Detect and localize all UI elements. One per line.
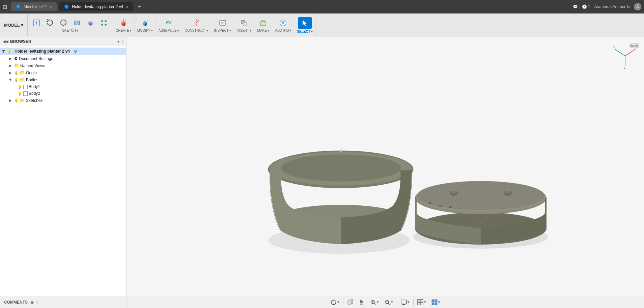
tab-close-1[interactable]: ✕ <box>49 5 52 9</box>
svg-point-65 <box>504 188 511 191</box>
pattern-button[interactable] <box>98 18 110 28</box>
tab-icon-1: 🔷 <box>16 4 21 9</box>
tree-arrow-origin[interactable]: ▶ <box>8 71 13 75</box>
tree-icon-folder-named-views: 📁 <box>14 63 19 68</box>
zoom-button[interactable]: ▾ <box>383 298 395 306</box>
snap-button[interactable]: ▾ <box>329 298 341 306</box>
construct-main-button[interactable] <box>190 18 202 28</box>
avatar[interactable]: A <box>634 3 641 10</box>
svg-point-11 <box>105 24 107 26</box>
tab-close-2[interactable]: ✕ <box>126 5 129 9</box>
create-main-button[interactable] <box>117 18 130 28</box>
display-caret: ▾ <box>408 300 410 304</box>
sidebar: ◀◀ BROWSER ● | ▶ 💡 Holder levitating pla… <box>0 37 127 296</box>
sep3 <box>413 299 414 306</box>
tree-arrow-bodies[interactable]: ▶ <box>9 78 12 82</box>
grid-display-button[interactable]: ▾ <box>416 298 428 306</box>
named-views-label: Named Views <box>20 63 45 68</box>
browser-options-button[interactable]: ● <box>117 39 119 44</box>
make-main-button[interactable] <box>257 18 269 28</box>
zoom-extend-button[interactable]: ▾ <box>368 298 381 306</box>
tree-arrow-root[interactable]: ▶ <box>2 49 6 54</box>
tab-holder-planter[interactable]: 🔷 Holder levitating planter 2 v4 ✕ <box>59 2 133 11</box>
app-grid-icon[interactable]: ⊞ <box>3 4 7 10</box>
tab-mini-lyfe[interactable]: 🔷 Mini Lyfe v1* ✕ <box>11 2 57 11</box>
undo-button[interactable] <box>44 18 56 28</box>
create-label[interactable]: CREATE ▾ <box>116 29 132 32</box>
body1-checkbox[interactable] <box>23 85 28 89</box>
addins-label[interactable]: ADD-INS ▾ <box>275 29 291 32</box>
svg-rect-91 <box>421 303 423 305</box>
svg-point-9 <box>105 20 107 22</box>
cube-view-button[interactable] <box>345 298 355 306</box>
inspect-main-button[interactable] <box>217 18 229 28</box>
tree-item-doc-settings[interactable]: ▶ ⚙ Document Settings <box>0 55 126 62</box>
tree-item-sketches[interactable]: ▶ 💡 📁 Sketches <box>0 97 126 104</box>
svg-marker-27 <box>196 19 197 20</box>
tree-icon-folder-bodies: 📁 <box>20 77 25 82</box>
toolbar-section-sketch: SKETCH ▾ <box>28 14 113 36</box>
user-label[interactable]: Ananords Ananords <box>594 4 630 9</box>
svg-rect-28 <box>220 21 226 25</box>
inspect-items <box>217 18 229 28</box>
browser-collapse-arrows[interactable]: ◀◀ <box>3 39 8 44</box>
addins-main-button[interactable] <box>277 18 289 28</box>
tree-item-body2[interactable]: 💡 Body2 <box>0 90 126 97</box>
rectangle-button[interactable] <box>71 18 83 28</box>
tree-arrow-doc[interactable]: ▶ <box>8 57 13 60</box>
svg-point-67 <box>439 205 442 207</box>
tree-arrow-named-views[interactable]: ▶ <box>8 64 13 67</box>
body2-checkbox[interactable] <box>23 91 28 96</box>
zoom-caret: ▾ <box>377 300 379 304</box>
display-mode-button[interactable]: ▾ <box>430 298 442 306</box>
assemble-label[interactable]: ASSEMBLE ▾ <box>159 29 179 32</box>
sketch-label[interactable]: SKETCH ▾ <box>62 29 78 32</box>
body2-label: Body2 <box>29 91 40 96</box>
bodies-label: Bodies <box>26 78 38 82</box>
body2-bulb: 💡 <box>18 91 22 96</box>
make-label[interactable]: MAKE ▾ <box>257 29 269 32</box>
title-bar: ⊞ 🔷 Mini Lyfe v1* ✕ 🔷 Holder levitating … <box>0 0 644 13</box>
model-dropdown[interactable]: MODEL ▾ <box>0 14 28 36</box>
toolbar-section-insert: INSERT ▾ <box>234 14 255 36</box>
chat-icon[interactable]: 💬 <box>573 4 578 9</box>
browser-pin-button[interactable]: | <box>122 39 123 44</box>
modify-main-button[interactable] <box>139 18 151 28</box>
inspect-label[interactable]: INSPECT ▾ <box>214 29 231 32</box>
construct-items <box>190 18 202 28</box>
redo-button[interactable] <box>57 18 69 28</box>
tree-item-bodies[interactable]: ▶ 💡 📁 Bodies <box>0 76 126 83</box>
comments-pin-button[interactable]: | <box>36 300 37 305</box>
toolbar-section-modify: MODIFY ▾ <box>135 14 156 36</box>
assemble-main-button[interactable] <box>163 18 175 28</box>
select-button[interactable] <box>298 17 312 29</box>
svg-line-83 <box>388 303 390 305</box>
display-settings-button[interactable]: ▾ <box>399 298 411 306</box>
insert-items <box>238 18 250 28</box>
extrude-button[interactable] <box>84 18 96 28</box>
modify-label[interactable]: MODIFY ▾ <box>137 29 153 32</box>
tree-item-root[interactable]: ▶ 💡 Holder levitating planter 2 v4 ⊙ <box>0 48 126 55</box>
tree-item-body1[interactable]: 💡 Body1 <box>0 83 126 90</box>
insert-label[interactable]: INSERT ▾ <box>237 29 252 32</box>
viewport[interactable]: X Y Z RIGHT <box>127 37 644 296</box>
insert-main-button[interactable] <box>238 18 250 28</box>
doc-settings-label: Document Settings <box>19 56 53 61</box>
select-label[interactable]: SELECT ▾ <box>297 30 312 33</box>
displaymode-caret: ▾ <box>438 300 440 304</box>
model-caret: ▾ <box>21 23 23 28</box>
toolbar-section-inspect: INSPECT ▾ <box>211 14 234 36</box>
tree-item-named-views[interactable]: ▶ 📁 Named Views <box>0 62 126 69</box>
pan-button[interactable] <box>357 298 366 306</box>
tree-icon-folder-sketches: 📁 <box>20 98 25 103</box>
clock-icon[interactable]: 🕐 1 <box>582 4 590 9</box>
browser-title: BROWSER <box>10 39 31 44</box>
tree-arrow-sketches[interactable]: ▶ <box>8 99 13 102</box>
add-tab-button[interactable]: + <box>137 3 141 10</box>
comments-add-button[interactable]: ⊕ <box>30 300 34 305</box>
new-sketch-button[interactable] <box>30 18 43 28</box>
tab-label-2: Holder levitating planter 2 v4 <box>72 4 123 9</box>
construct-label[interactable]: CONSTRUCT ▾ <box>185 29 208 32</box>
svg-rect-90 <box>418 303 420 305</box>
tree-item-origin[interactable]: ▶ 💡 📁 Origin <box>0 69 126 76</box>
